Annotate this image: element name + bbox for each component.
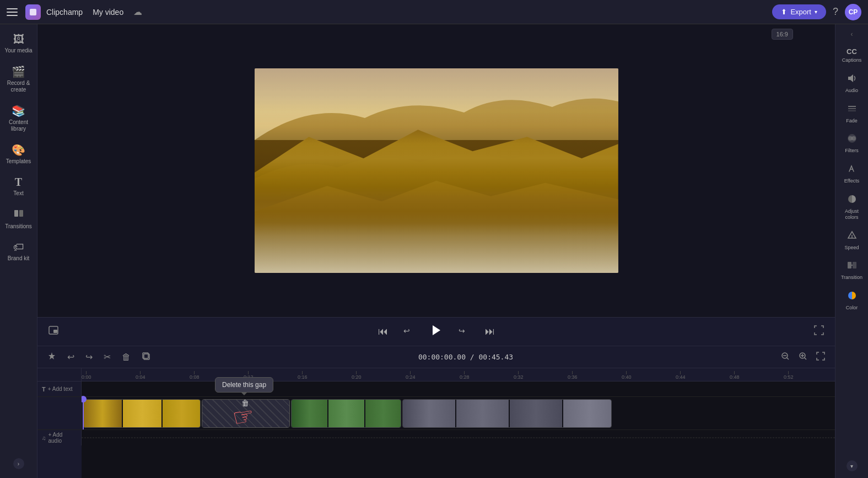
sidebar-item-record-create[interactable]: 🎬 Record & create	[2, 61, 35, 98]
redo-button[interactable]: ↪	[82, 350, 96, 364]
playhead	[83, 397, 84, 429]
help-button[interactable]: ?	[833, 6, 838, 18]
video-title[interactable]: My video	[88, 6, 128, 18]
svg-point-25	[851, 136, 856, 141]
right-item-color[interactable]: Color	[837, 286, 867, 315]
timeline-toolbar: ↩ ↪ ✂ 🗑 00:00:00.00 / 00:45.43	[37, 346, 835, 368]
svg-marker-19	[848, 74, 853, 82]
video-clip-3[interactable]	[402, 399, 612, 428]
track-scroll-area: 0:00 0:04 0:08 0:12 0:16 0:20 0:24 0:28 …	[82, 368, 835, 478]
sidebar-item-label: Templates	[6, 158, 31, 165]
delete-button[interactable]: 🗑	[118, 351, 134, 364]
timeline-time-display: 00:00:00.00 / 00:45.43	[418, 353, 513, 361]
audio-track-icon: ♫	[42, 435, 46, 441]
right-item-adjust-colors[interactable]: Adjust colors	[837, 190, 867, 225]
sidebar-item-content-library[interactable]: 📚 Content library	[2, 100, 35, 137]
video-track: Delete this gap 🗑 ☞	[82, 397, 835, 430]
fit-timeline-button[interactable]	[813, 350, 828, 364]
right-sidebar-expand[interactable]: ▾	[844, 458, 860, 474]
sidebar-item-label: Brand kit	[8, 255, 29, 262]
pip-button[interactable]	[46, 323, 61, 340]
sidebar-item-label: Text	[13, 190, 23, 197]
sidebar-item-text[interactable]: T Text	[2, 171, 35, 201]
zoom-group	[778, 350, 828, 364]
text-track-icon: T	[42, 386, 46, 393]
gap-delete-icon[interactable]: 🗑	[241, 399, 249, 407]
desert-scene	[255, 68, 618, 273]
export-button[interactable]: ⬆ Export ▾	[772, 4, 826, 19]
sidebar-collapse-button[interactable]: ›	[13, 458, 24, 469]
svg-rect-0	[30, 9, 36, 15]
svg-rect-1	[14, 210, 18, 217]
svg-rect-29	[853, 262, 856, 268]
right-item-filters[interactable]: Filters	[837, 129, 867, 158]
left-sidebar: 🖼 Your media 🎬 Record & create 📚 Content…	[0, 24, 37, 478]
audio-icon	[847, 73, 857, 86]
timeline-ruler: 0:00 0:04 0:08 0:12 0:16 0:20 0:24 0:28 …	[82, 368, 835, 382]
topbar-right: ⬆ Export ▾ ? CP	[772, 4, 861, 20]
skip-forward-button[interactable]: ↪	[456, 323, 472, 341]
video-clip-1[interactable]	[83, 399, 201, 428]
track-labels: T + Add text ♫ + Add audio	[37, 368, 82, 478]
right-item-audio[interactable]: Audio	[837, 69, 867, 98]
center-area: 16:9 ⏮ ↩ ↪ ⏭	[37, 24, 835, 478]
sidebar-item-your-media[interactable]: 🖼 Your media	[2, 29, 35, 58]
menu-button[interactable]	[7, 6, 20, 19]
add-audio-button[interactable]: + Add audio	[48, 432, 77, 444]
speed-icon	[847, 230, 857, 243]
export-dropdown-icon: ▾	[815, 9, 817, 15]
play-button[interactable]	[428, 321, 445, 342]
timeline-body: T + Add text ♫ + Add audio	[37, 368, 835, 478]
sidebar-item-transitions[interactable]: Transitions	[2, 203, 35, 234]
timeline-area: ↩ ↪ ✂ 🗑 00:00:00.00 / 00:45.43	[37, 346, 835, 478]
undo-button[interactable]: ↩	[64, 350, 78, 364]
audio-track	[82, 430, 835, 445]
text-track	[82, 382, 835, 397]
topbar-left: Clipchamp My video ☁	[7, 4, 765, 20]
magic-tool-button[interactable]	[44, 350, 60, 364]
svg-rect-2	[19, 210, 23, 217]
audio-track-label: ♫ + Add audio	[37, 430, 82, 445]
right-item-transition[interactable]: Transition	[837, 256, 867, 285]
svg-marker-7	[433, 325, 440, 335]
fade-icon	[847, 104, 857, 116]
app-title: Clipchamp	[46, 8, 83, 17]
ruler-marks: 0:00 0:04 0:08 0:12 0:16 0:20 0:24 0:28 …	[82, 368, 835, 381]
sidebar-item-templates[interactable]: 🎨 Templates	[2, 139, 35, 169]
add-text-button[interactable]: + Add text	[48, 386, 73, 392]
filters-icon	[847, 133, 857, 146]
sidebar-item-label: Your media	[4, 47, 32, 54]
video-track-label	[37, 397, 82, 430]
text-icon: T	[15, 176, 22, 189]
fullscreen-button[interactable]	[812, 323, 826, 340]
export-arrow-icon: ⬆	[781, 8, 787, 16]
right-item-effects[interactable]: Effects	[837, 159, 867, 189]
right-item-fade[interactable]: Fade	[837, 99, 867, 128]
topbar: Clipchamp My video ☁ ⬆ Export ▾ ? CP	[0, 0, 868, 24]
user-avatar[interactable]: CP	[845, 4, 861, 20]
sidebar-item-label: Record & create	[4, 80, 33, 93]
svg-text:↩: ↩	[403, 326, 410, 335]
sidebar-item-brand-kit[interactable]: 🏷 Brand kit	[2, 237, 35, 266]
right-sidebar-collapse-button[interactable]: ‹	[845, 29, 859, 40]
skip-to-end-button[interactable]: ⏭	[483, 324, 497, 340]
effects-icon	[847, 164, 857, 176]
color-icon	[847, 291, 857, 303]
brand-icon: 🏷	[13, 241, 24, 254]
cut-button[interactable]: ✂	[100, 350, 114, 364]
sidebar-item-label: Transitions	[5, 223, 32, 230]
right-item-speed[interactable]: Speed	[837, 226, 867, 255]
main-content: 🖼 Your media 🎬 Record & create 📚 Content…	[0, 24, 868, 478]
skip-back-button[interactable]: ↩	[401, 323, 417, 341]
record-icon: 🎬	[12, 65, 25, 78]
zoom-out-button[interactable]	[778, 350, 793, 364]
zoom-in-button[interactable]	[795, 350, 811, 364]
preview-area: 16:9	[37, 24, 835, 317]
duplicate-button[interactable]	[138, 350, 154, 364]
svg-rect-28	[848, 262, 851, 268]
your-media-icon: 🖼	[13, 33, 24, 46]
skip-to-start-button[interactable]: ⏮	[376, 324, 390, 340]
app-logo	[25, 4, 41, 20]
video-clip-2[interactable]	[291, 399, 401, 428]
right-item-captions[interactable]: CC Captions	[837, 43, 867, 68]
